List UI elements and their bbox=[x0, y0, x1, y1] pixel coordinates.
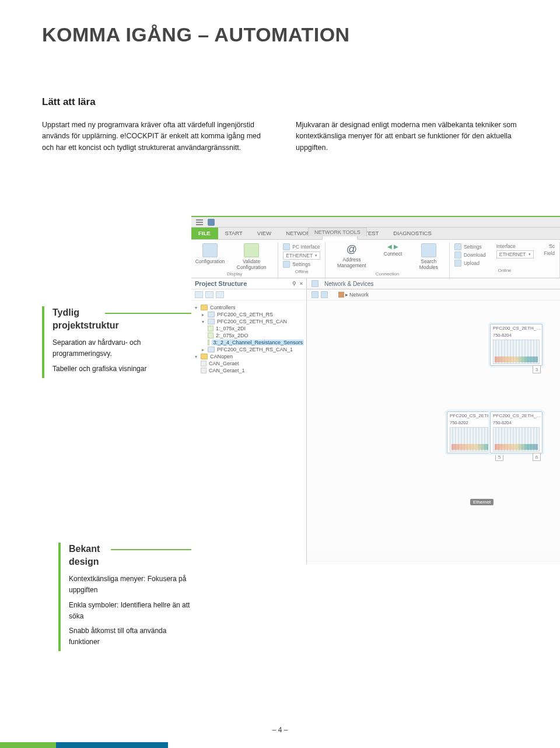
configuration-icon bbox=[202, 243, 218, 257]
validate-icon bbox=[244, 243, 259, 257]
tree-node-canopen[interactable]: ▾CANopen bbox=[194, 353, 304, 360]
callout1-connector-line bbox=[105, 313, 191, 314]
workspace-panes: Project Structure ⚲ × ▾Controllers ▸PFC2… bbox=[191, 278, 560, 564]
breadcrumb-network[interactable]: ▸ Network bbox=[338, 292, 369, 298]
tree-node-mod1[interactable]: 1:_075x_2DI bbox=[208, 325, 304, 332]
tab-diagnostics[interactable]: DIAGNOSTICS bbox=[386, 228, 439, 239]
module-icon bbox=[208, 340, 209, 345]
module-icon bbox=[208, 326, 214, 331]
ethernet-tag: Ethernet bbox=[470, 499, 494, 505]
close-icon[interactable]: × bbox=[300, 281, 303, 286]
tree-node-dev2[interactable]: ▾PFC200_CS_2ETH_RS_CAN bbox=[201, 318, 304, 325]
tree-node-controllers[interactable]: ▾Controllers bbox=[194, 304, 304, 311]
search-modules-label: Search Modules bbox=[413, 258, 444, 270]
validate-label: Validate Configuration bbox=[230, 258, 273, 270]
interface-label: Interface bbox=[496, 243, 516, 249]
configuration-label: Configuration bbox=[195, 258, 225, 264]
project-tree: ▾Controllers ▸PFC200_CS_2ETH_RS ▾PFC200_… bbox=[191, 300, 306, 378]
callout1-p2: Tabeller och grafiska visningar bbox=[52, 363, 176, 375]
connect-button[interactable]: ◀ ▶ Connect bbox=[379, 243, 407, 270]
canopen-label: CANopen bbox=[210, 354, 233, 359]
can-device-icon bbox=[201, 368, 206, 373]
menu-icon[interactable] bbox=[196, 219, 203, 225]
ribbon-tabstrip: FILE START VIEW NETWORK DEVICE TEST DIAG… bbox=[191, 228, 560, 240]
callout-familiar-design: Bekant design Kontextkänsliga menyer: Fo… bbox=[58, 543, 192, 651]
tree-node-mod2[interactable]: 2:_075x_2DO bbox=[208, 332, 304, 339]
mod2-label: 2:_075x_2DO bbox=[216, 333, 249, 338]
tree-node-dev1[interactable]: ▸PFC200_CS_2ETH_RS bbox=[201, 311, 304, 318]
can2-label: CAN_Geraet_1 bbox=[209, 368, 245, 373]
device-box-1[interactable]: PFC200_CS_2ETH_… 750-8204 3 bbox=[490, 324, 542, 366]
netpane-icon-1[interactable] bbox=[312, 280, 318, 287]
dev2-port-number: 5 bbox=[495, 453, 503, 461]
ribbon-group-offline: PC Interface ETHERNET Settings Offline bbox=[278, 242, 326, 278]
callout2-title-line1: Bekant bbox=[69, 544, 100, 554]
callout2-title-line2: design bbox=[69, 557, 99, 567]
interface-text: Interface bbox=[496, 243, 516, 249]
proj-view-icon-3[interactable] bbox=[216, 291, 224, 298]
tab-view[interactable]: VIEW bbox=[250, 228, 279, 239]
tree-node-dev3[interactable]: ▸PFC200_CS_2ETH_RS_CAN_1 bbox=[201, 346, 304, 353]
project-structure-pane: Project Structure ⚲ × ▾Controllers ▸PFC2… bbox=[191, 278, 307, 564]
proj-view-icon-2[interactable] bbox=[205, 291, 214, 298]
dev3-box-num: 750-8204 bbox=[491, 420, 542, 426]
validate-configuration-button[interactable]: Validate Configuration bbox=[230, 243, 273, 270]
upload-text: Upload bbox=[464, 260, 480, 266]
tree-node-can2[interactable]: CAN_Geraet_1 bbox=[201, 367, 304, 374]
address-management-button[interactable]: @ Address Management bbox=[330, 243, 373, 270]
callout1-title: Tydlig projektstruktur bbox=[52, 306, 176, 331]
can1-label: CAN_Geraet bbox=[209, 361, 239, 366]
connect-label: Connect bbox=[384, 251, 402, 257]
sc-label-cut: Sc bbox=[549, 243, 555, 249]
download-icon bbox=[454, 251, 461, 258]
settings-offline-text: Settings bbox=[292, 261, 310, 267]
interface-dropdown[interactable]: ETHERNET bbox=[496, 250, 534, 258]
callout2-p3: Snabb åtkomst till ofta använda funktion… bbox=[69, 625, 192, 648]
pc-interface-dropdown[interactable]: ETHERNET bbox=[283, 251, 320, 260]
callout1-p1: Separation av hårdvaru- och programmerin… bbox=[52, 337, 176, 359]
network-canvas[interactable]: PFC200_CS_2ETH_… 750-8204 3 PFC200_CS_2E… bbox=[307, 300, 560, 551]
tab-start[interactable]: START bbox=[218, 228, 250, 239]
upload-button[interactable]: Upload bbox=[454, 260, 480, 267]
window-topbar bbox=[191, 217, 560, 228]
intro-right-text: Mjukvaran är designad enligt moderna men… bbox=[296, 121, 517, 152]
device-icon bbox=[208, 319, 215, 324]
group-label-connection: Connection bbox=[330, 271, 444, 277]
device-box-3[interactable]: PFC200_CS_2ETH_… 750-8204 6 bbox=[490, 411, 542, 453]
settings-offline-button[interactable]: Settings bbox=[283, 261, 310, 268]
tree-node-can1[interactable]: CAN_Geraet bbox=[201, 360, 304, 367]
gear-icon bbox=[454, 243, 461, 250]
search-modules-icon bbox=[421, 243, 436, 257]
settings-online-button[interactable]: Settings bbox=[454, 243, 482, 250]
callout1-body: Separation av hårdvaru- och programmerin… bbox=[52, 337, 176, 375]
dev1-box-label: PFC200_CS_2ETH_… bbox=[491, 324, 542, 332]
folder-icon bbox=[201, 305, 208, 310]
settings-offline-icon bbox=[283, 261, 290, 268]
field-label-cut: Field bbox=[544, 250, 555, 256]
mod3-label: 3:_2_4_Channel_Resistance_Sensors bbox=[212, 340, 304, 345]
tab-file[interactable]: FILE bbox=[191, 228, 218, 239]
configuration-button[interactable]: Configuration bbox=[196, 243, 224, 270]
intro-columns: Uppstart med ny programvara kräver ofta … bbox=[42, 120, 520, 153]
network-devices-title: Network & Devices bbox=[324, 281, 373, 287]
dev3-box-label: PFC200_CS_2ETH_… bbox=[491, 412, 542, 420]
pc-interface-text: PC Interface bbox=[292, 244, 320, 250]
network-breadcrumb: ▸ Network bbox=[307, 289, 560, 300]
controllers-label: Controllers bbox=[210, 305, 236, 310]
at-icon: @ bbox=[346, 243, 357, 256]
pin-icon[interactable]: ⚲ bbox=[292, 281, 296, 286]
pc-interface-icon bbox=[283, 243, 290, 250]
download-button[interactable]: Download bbox=[454, 251, 486, 258]
tree-node-mod3[interactable]: 3:_2_4_Channel_Resistance_Sensors bbox=[208, 339, 304, 346]
netpane-toolbar-icon-1[interactable] bbox=[312, 291, 318, 298]
network-devices-pane: Network & Devices ▸ Network PFC200_CS_2E… bbox=[307, 278, 560, 564]
ribbon: Configuration Validate Configuration Dis… bbox=[191, 240, 560, 278]
netpane-toolbar-icon-2[interactable] bbox=[321, 291, 328, 298]
search-modules-button[interactable]: Search Modules bbox=[413, 243, 444, 270]
upload-icon bbox=[454, 260, 461, 267]
save-icon[interactable] bbox=[208, 219, 215, 226]
proj-view-icon-1[interactable] bbox=[195, 291, 203, 298]
dev3-port-number: 6 bbox=[533, 453, 541, 461]
subtitle: Lätt att lära bbox=[42, 96, 96, 108]
module-icon bbox=[208, 333, 214, 338]
